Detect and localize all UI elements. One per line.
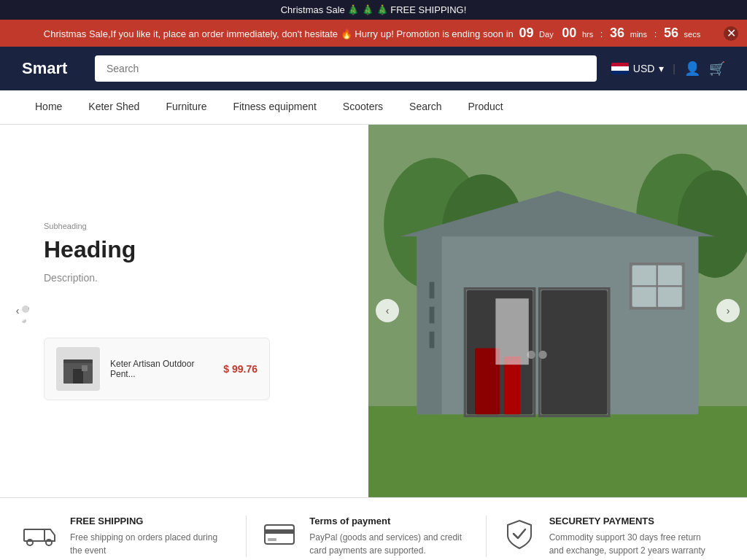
svg-rect-24 — [430, 307, 435, 324]
promo-bar: Christmas Sale,If you like it, place an … — [0, 20, 747, 47]
search-bar — [95, 55, 597, 82]
svg-rect-33 — [265, 525, 294, 544]
carousel-dots — [22, 306, 339, 323]
hero-left-panel: ‹ Subheading Heading Description. Keter … — [0, 125, 368, 497]
svg-rect-12 — [417, 233, 442, 415]
promo-text: Christmas Sale,If you like it, place an … — [44, 26, 703, 41]
nav-item-fitness-equipment[interactable]: Fitness equipment — [220, 90, 329, 124]
product-card[interactable]: Keter Artisan Outdoor Pent... $ 99.76 — [44, 338, 270, 400]
header-right: USD ▾ | 👤 🛒 — [611, 61, 725, 77]
svg-rect-35 — [268, 538, 276, 541]
header: Smart USD ▾ | 👤 🛒 — [0, 47, 747, 90]
feature-security-desc: Commodity support 30 days free return an… — [549, 531, 711, 557]
shed-next-arrow[interactable]: › — [716, 299, 740, 322]
svg-rect-1 — [63, 359, 93, 363]
hero-description: Description. — [44, 272, 339, 284]
nav-item-product[interactable]: Product — [454, 90, 516, 124]
cart-icon[interactable]: 🛒 — [709, 61, 725, 77]
svg-rect-2 — [73, 369, 83, 384]
promo-close-button[interactable]: ✕ — [724, 26, 738, 41]
feature-security-title: SECURETY PAYMENTS — [549, 516, 711, 526]
nav-item-furniture[interactable]: Furniture — [152, 90, 220, 124]
svg-rect-15 — [541, 290, 608, 414]
svg-point-18 — [538, 351, 546, 359]
product-name: Keter Artisan Outdoor Pent... — [110, 359, 213, 379]
product-image-icon — [60, 351, 96, 387]
nav-item-home[interactable]: Home — [22, 90, 75, 124]
hero-right-panel: › ‹ — [368, 125, 747, 497]
hero-heading: Heading — [44, 236, 339, 263]
svg-rect-23 — [430, 282, 435, 299]
shed-prev-arrow[interactable]: ‹ — [376, 299, 399, 322]
main-content: ‹ Subheading Heading Description. Keter … — [0, 125, 747, 497]
svg-rect-3 — [82, 365, 88, 371]
svg-rect-27 — [504, 357, 521, 414]
top-bar: Christmas Sale 🎄 🎄 🎄 FREE SHIPPING! — [0, 0, 747, 20]
product-thumbnail — [56, 347, 100, 391]
svg-rect-34 — [265, 529, 294, 534]
feature-free-shipping-text: FREE SHIPPING Free shipping on orders pl… — [70, 516, 231, 557]
currency-selector[interactable]: USD ▾ — [611, 63, 665, 74]
navigation: Home Keter Shed Furniture Fitness equipm… — [0, 90, 747, 125]
nav-item-scooters[interactable]: Scooters — [330, 90, 396, 124]
truck-icon — [22, 516, 58, 552]
product-price: $ 99.76 — [223, 363, 258, 375]
feature-security-text: SECURETY PAYMENTS Commodity support 30 d… — [549, 516, 711, 557]
svg-rect-9 — [368, 406, 747, 497]
header-divider: | — [673, 63, 676, 74]
shield-icon — [501, 516, 538, 552]
hero-prev-arrow[interactable]: ‹ — [6, 299, 29, 322]
nav-item-search[interactable]: Search — [396, 90, 454, 124]
currency-label: USD — [633, 63, 655, 74]
chevron-down-icon: ▾ — [659, 63, 664, 74]
feature-free-shipping: FREE SHIPPING Free shipping on orders pl… — [22, 516, 247, 557]
user-icon[interactable]: 👤 — [684, 61, 700, 77]
search-input[interactable] — [95, 55, 597, 82]
logo: Smart — [22, 59, 80, 78]
feature-terms-of-payment: Terms of payment PayPal (goods and servi… — [247, 516, 486, 557]
feature-free-shipping-title: FREE SHIPPING — [70, 516, 231, 526]
feature-security: SECURETY PAYMENTS Commodity support 30 d… — [487, 516, 725, 557]
top-bar-text: Christmas Sale 🎄 🎄 🎄 FREE SHIPPING! — [281, 4, 467, 15]
nav-item-keter-shed[interactable]: Keter Shed — [75, 90, 152, 124]
card-icon — [261, 516, 298, 552]
hero-subheading: Subheading — [44, 222, 339, 230]
features-bar: FREE SHIPPING Free shipping on orders pl… — [0, 497, 747, 560]
feature-terms-desc: PayPal (goods and services) and credit c… — [309, 531, 471, 557]
svg-rect-25 — [430, 332, 435, 349]
svg-rect-29 — [24, 529, 44, 541]
shed-image — [368, 125, 747, 497]
svg-rect-28 — [495, 298, 528, 365]
flag-icon — [611, 63, 629, 74]
feature-terms-title: Terms of payment — [309, 516, 471, 526]
feature-terms-text: Terms of payment PayPal (goods and servi… — [309, 516, 471, 557]
feature-free-shipping-desc: Free shipping on orders placed during th… — [70, 531, 231, 557]
